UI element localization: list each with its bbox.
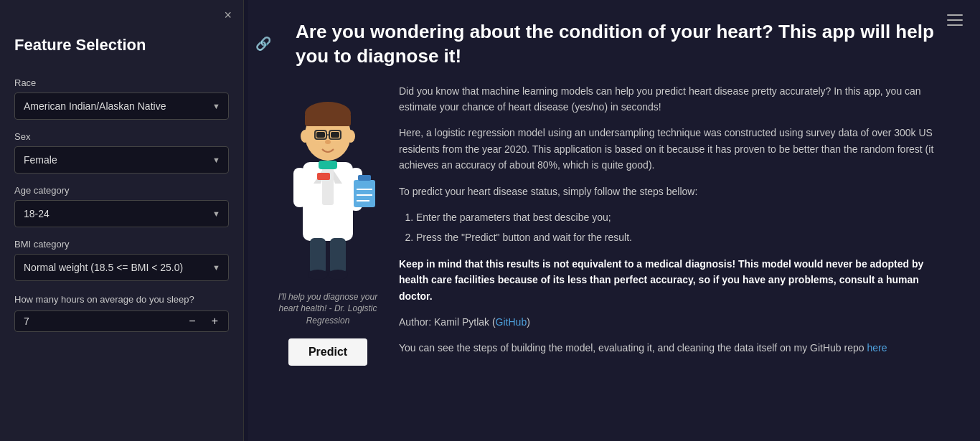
svg-rect-4 [317, 173, 330, 180]
here-link[interactable]: here [867, 342, 887, 354]
bmi-category-label: BMI category [14, 239, 229, 250]
main-content: 🔗 Are you wondering about the condition … [248, 0, 980, 441]
sidebar-title: Feature Selection [14, 36, 229, 54]
svg-rect-14 [331, 132, 339, 138]
svg-rect-12 [305, 113, 351, 126]
sleep-hours-increment[interactable]: + [210, 316, 220, 327]
svg-rect-13 [316, 132, 325, 138]
sidebar: × Feature Selection Race American Indian… [0, 0, 244, 441]
paragraph-4-text: You can see the steps of building the mo… [399, 342, 867, 354]
paragraph-4: You can see the steps of building the mo… [399, 340, 951, 356]
sleep-hours-label: How many hours on average do you sleep? [14, 294, 229, 305]
description-column: Did you know that machine learning model… [399, 83, 951, 366]
sex-label: Sex [14, 131, 229, 142]
svg-rect-23 [358, 175, 371, 181]
svg-rect-5 [319, 161, 337, 169]
predict-button[interactable]: Predict [288, 338, 367, 366]
race-select-wrapper: American Indian/Alaskan Native Asian Bla… [14, 93, 229, 120]
sleep-hours-decrement[interactable]: − [187, 316, 197, 327]
menu-bar-1 [947, 14, 963, 16]
age-category-label: Age category [14, 185, 229, 196]
author-line: Author: Kamil Pytlak (GitHub) [399, 314, 951, 330]
age-category-select[interactable]: 18-24 25-29 30-34 35-39 40-44 45-49 50-5… [14, 200, 229, 227]
bmi-category-select-wrapper: Underweight (BMI < 18.5) Normal weight (… [14, 254, 229, 281]
race-label: Race [14, 77, 229, 88]
sleep-hours-controls: − + [187, 316, 220, 327]
svg-point-8 [308, 270, 328, 280]
steps-list: Enter the parameters that best descibe y… [416, 209, 951, 246]
page-title: Are you wondering about the condition of… [274, 20, 951, 69]
link-icon: 🔗 [255, 36, 271, 52]
svg-rect-7 [330, 238, 346, 274]
paragraph-2: Here, a logistic regression model using … [399, 125, 951, 173]
svg-point-9 [328, 270, 348, 280]
race-select[interactable]: American Indian/Alaskan Native Asian Bla… [14, 93, 229, 120]
menu-bar-3 [947, 24, 963, 26]
content-area: I'll help you diagnose your heart health… [274, 83, 951, 366]
close-button[interactable]: × [224, 9, 232, 22]
doctor-column: I'll help you diagnose your heart health… [274, 83, 382, 366]
warning-text: Keep in mind that this results is not eq… [399, 258, 923, 302]
step-2: Press the "Predict" button and wait for … [416, 229, 951, 245]
menu-bar-2 [947, 19, 963, 21]
svg-rect-27 [293, 168, 306, 207]
svg-point-18 [325, 140, 331, 144]
author-prefix: Author: Kamil Pytlak ( [399, 316, 496, 328]
paragraph-1: Did you know that machine learning model… [399, 83, 951, 115]
sex-select[interactable]: Female Male [14, 146, 229, 174]
svg-point-20 [347, 130, 355, 143]
sex-select-wrapper: Female Male [14, 146, 229, 174]
svg-point-19 [301, 130, 309, 143]
author-suffix: ) [527, 316, 530, 328]
sleep-hours-field: 7 − + [14, 310, 229, 332]
svg-rect-6 [310, 238, 326, 274]
doctor-caption: I'll help you diagnose your heart health… [278, 291, 378, 327]
age-category-select-wrapper: 18-24 25-29 30-34 35-39 40-44 45-49 50-5… [14, 200, 229, 227]
svg-rect-22 [354, 180, 375, 207]
github-link[interactable]: GitHub [496, 316, 527, 328]
menu-icon[interactable] [947, 14, 963, 26]
paragraph-3: To predict your heart disease status, si… [399, 184, 951, 199]
bmi-category-select[interactable]: Underweight (BMI < 18.5) Normal weight (… [14, 254, 229, 281]
warning-paragraph: Keep in mind that this results is not eq… [399, 256, 951, 304]
doctor-illustration [278, 83, 378, 284]
sleep-hours-value: 7 [24, 316, 29, 327]
step-1: Enter the parameters that best descibe y… [416, 209, 951, 225]
